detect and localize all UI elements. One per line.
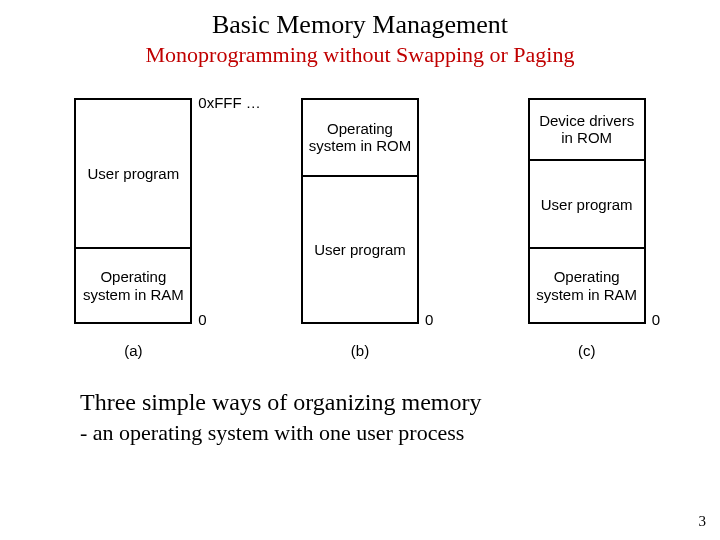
page-number: 3 [699, 513, 707, 530]
diagram-caption: (a) [124, 342, 142, 359]
diagram-b: Operating system in ROM User program 0 (… [301, 98, 419, 359]
memory-stack-c: Device drivers in ROM User program Opera… [528, 98, 646, 324]
addr-zero-label: 0 [198, 311, 206, 328]
segment: User program [76, 100, 190, 247]
segment: Operating system in RAM [530, 247, 644, 322]
diagram-row: 0xFFF … User program Operating system in… [0, 98, 720, 359]
addr-top-label: 0xFFF … [198, 94, 261, 111]
page-subtitle: Monoprogramming without Swapping or Pagi… [0, 42, 720, 68]
detail-text: - an operating system with one user proc… [80, 420, 720, 446]
diagram-caption: (b) [351, 342, 369, 359]
memory-stack-b: Operating system in ROM User program [301, 98, 419, 324]
addr-zero-label: 0 [652, 311, 660, 328]
addr-zero-label: 0 [425, 311, 433, 328]
segment: User program [303, 175, 417, 322]
diagram-caption: (c) [578, 342, 596, 359]
segment: User program [530, 159, 644, 247]
segment: Operating system in ROM [303, 100, 417, 175]
summary-text: Three simple ways of organizing memory [80, 389, 720, 416]
segment: Operating system in RAM [76, 247, 190, 322]
page-title: Basic Memory Management [0, 10, 720, 40]
segment: Device drivers in ROM [530, 100, 644, 159]
memory-stack-a: User program Operating system in RAM [74, 98, 192, 324]
diagram-c: Device drivers in ROM User program Opera… [528, 98, 646, 359]
diagram-a: 0xFFF … User program Operating system in… [74, 98, 192, 359]
